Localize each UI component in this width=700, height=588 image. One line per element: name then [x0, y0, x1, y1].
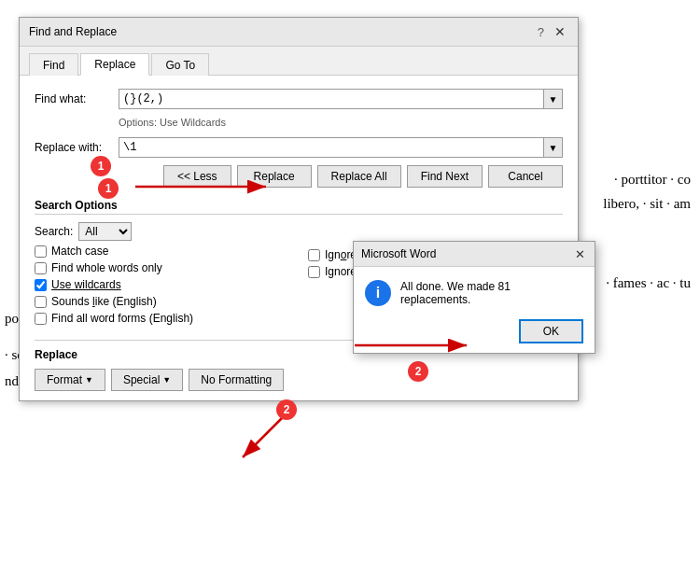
- titlebar-controls: ? ✕: [538, 23, 568, 40]
- search-label: Search:: [35, 225, 73, 238]
- dialog-tabs: Find Replace Go To: [20, 47, 578, 76]
- info-icon: i: [365, 280, 391, 306]
- replace-buttons-row: Format ▼ Special ▼ No Formatting: [35, 369, 563, 391]
- doc-line-1: · porttitor · co: [614, 172, 691, 187]
- search-options-title: Search Options: [35, 199, 563, 215]
- doc-line-3: · fames · ac · tu: [606, 275, 691, 290]
- msword-titlebar: Microsoft Word ✕: [354, 242, 595, 267]
- special-button[interactable]: Special ▼: [111, 369, 183, 391]
- ok-button[interactable]: OK: [519, 319, 583, 343]
- find-label: Find what:: [35, 92, 119, 105]
- dialog-titlebar: Find and Replace ? ✕: [20, 18, 578, 47]
- sounds-like-checkbox[interactable]: [35, 296, 47, 308]
- annotation-circle-1: 1: [98, 178, 119, 199]
- replace-all-button[interactable]: Replace All: [317, 165, 401, 188]
- find-dropdown[interactable]: ▼: [544, 89, 563, 109]
- ignore-whitespace-checkbox[interactable]: [308, 266, 320, 278]
- format-dropdown-arrow: ▼: [85, 375, 93, 385]
- less-button[interactable]: << Less: [163, 165, 231, 188]
- cancel-button[interactable]: Cancel: [488, 165, 563, 188]
- word-forms-row: Find all word forms (English): [35, 312, 289, 325]
- options-value: Use Wildcards: [160, 117, 226, 128]
- replace-input[interactable]: [119, 137, 544, 158]
- msword-body: i All done. We made 81 replacements.: [354, 267, 595, 315]
- sounds-like-row: Sounds like (English): [35, 295, 289, 308]
- match-case-checkbox[interactable]: [35, 245, 47, 258]
- annotation-2: 2: [408, 361, 428, 382]
- find-next-button[interactable]: Find Next: [407, 165, 483, 188]
- find-row: Find what: ▼: [35, 89, 563, 109]
- tab-replace[interactable]: Replace: [80, 53, 149, 76]
- wildcards-label: Use wildcards: [51, 278, 121, 291]
- wildcards-row: Use wildcards: [35, 278, 289, 291]
- msword-message: All done. We made 81 replacements.: [400, 280, 583, 306]
- search-options-left: Search: All Up Down Match case Find whol…: [35, 222, 289, 329]
- whole-words-label: Find whole words only: [51, 261, 162, 274]
- replace-button[interactable]: Replace: [237, 165, 312, 188]
- msword-close-button[interactable]: ✕: [572, 246, 587, 261]
- replace-label: Replace with:: [35, 141, 119, 154]
- options-row: Options: Use Wildcards: [35, 117, 563, 128]
- msword-dialog: Microsoft Word ✕ i All done. We made 81 …: [353, 241, 595, 354]
- whole-words-row: Find whole words only: [35, 261, 289, 274]
- ignore-punct-checkbox[interactable]: [308, 249, 320, 261]
- msword-title: Microsoft Word: [361, 247, 436, 260]
- replace-input-wrapper: ▼: [119, 137, 563, 158]
- sounds-like-label: Sounds like (English): [51, 295, 157, 308]
- replace-row: Replace with: ▼: [35, 137, 563, 158]
- search-all-row: Search: All Up Down: [35, 222, 289, 241]
- match-case-label: Match case: [51, 245, 108, 258]
- options-label: Options:: [119, 117, 160, 128]
- doc-line-2: libero, · sit · am: [603, 196, 691, 211]
- special-dropdown-arrow: ▼: [162, 375, 171, 385]
- replace-dropdown[interactable]: ▼: [544, 137, 563, 158]
- wildcards-checkbox[interactable]: [35, 279, 47, 291]
- no-formatting-button[interactable]: No Formatting: [189, 369, 284, 391]
- find-input[interactable]: [119, 89, 544, 109]
- help-icon[interactable]: ?: [538, 25, 544, 39]
- match-case-row: Match case: [35, 245, 289, 258]
- find-input-wrapper: ▼: [119, 89, 563, 109]
- tab-goto[interactable]: Go To: [151, 53, 209, 76]
- format-button[interactable]: Format ▼: [35, 369, 105, 391]
- whole-words-checkbox[interactable]: [35, 262, 47, 274]
- word-forms-checkbox[interactable]: [35, 313, 47, 325]
- annotation-circle-2: 2: [276, 399, 297, 420]
- tab-find[interactable]: Find: [29, 53, 78, 76]
- search-select[interactable]: All Up Down: [78, 222, 132, 241]
- annotation-1: 1: [91, 156, 111, 176]
- close-button[interactable]: ✕: [552, 23, 568, 40]
- msword-footer: OK: [354, 315, 595, 353]
- dialog-title: Find and Replace: [29, 25, 117, 38]
- word-forms-label: Find all word forms (English): [51, 312, 193, 325]
